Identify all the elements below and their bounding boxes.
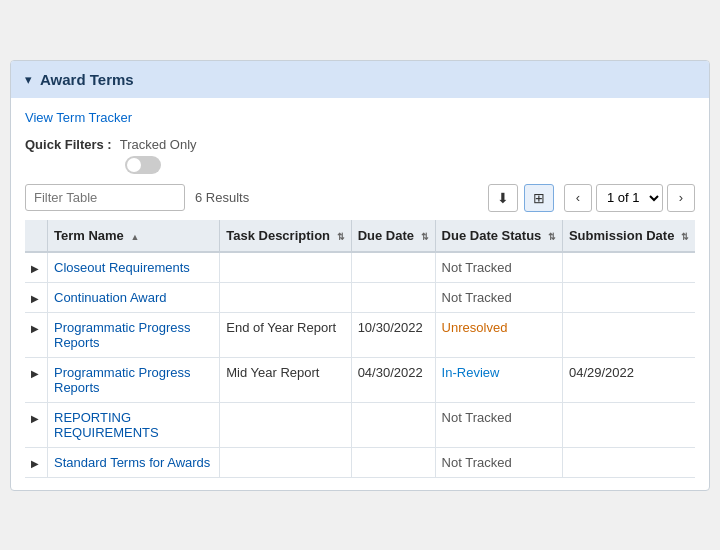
cell-term-name: Continuation Award <box>48 282 220 312</box>
results-count: 6 Results <box>195 190 478 205</box>
cell-due-date-status: Not Tracked <box>435 402 562 447</box>
cell-term-name: Standard Terms for Awards <box>48 447 220 477</box>
prev-icon: ‹ <box>576 190 580 205</box>
col-expand <box>25 220 48 252</box>
cell-due-date: 10/30/2022 <box>351 312 435 357</box>
cell-term-name: Programmatic Progress Reports <box>48 357 220 402</box>
sort-task-icon: ⇅ <box>337 232 345 242</box>
view-term-tracker-link[interactable]: View Term Tracker <box>25 110 132 125</box>
cell-submission-date <box>562 252 695 283</box>
sort-term-icon: ▲ <box>130 232 139 242</box>
row-expand-button[interactable]: ▶ <box>31 458 41 469</box>
cell-task-description <box>220 252 351 283</box>
row-expand-button[interactable]: ▶ <box>31 413 41 424</box>
sort-due-icon: ⇅ <box>421 232 429 242</box>
download-button[interactable]: ⬇ <box>488 184 518 212</box>
col-term-name[interactable]: Term Name ▲ <box>48 220 220 252</box>
col-due-date-status[interactable]: Due Date Status ⇅ <box>435 220 562 252</box>
next-icon: › <box>679 190 683 205</box>
quick-filters-label: Quick Filters : <box>25 137 112 152</box>
table-row: ▶Standard Terms for AwardsNot Tracked <box>25 447 695 477</box>
sort-status-icon: ⇅ <box>548 232 556 242</box>
quick-filters-section: Quick Filters : Tracked Only <box>25 137 695 174</box>
row-expand-button[interactable]: ▶ <box>31 368 41 379</box>
cell-task-description <box>220 282 351 312</box>
next-page-button[interactable]: › <box>667 184 695 212</box>
cell-task-description <box>220 447 351 477</box>
cell-due-date-status: Not Tracked <box>435 447 562 477</box>
grid-icon: ⊞ <box>533 190 545 206</box>
cell-submission-date <box>562 282 695 312</box>
cell-submission-date: 04/29/2022 <box>562 357 695 402</box>
table-row: ▶Closeout RequirementsNot Tracked <box>25 252 695 283</box>
cell-task-description: Mid Year Report <box>220 357 351 402</box>
cell-submission-date <box>562 312 695 357</box>
cell-due-date-status: In-Review <box>435 357 562 402</box>
table-row: ▶Programmatic Progress ReportsMid Year R… <box>25 357 695 402</box>
award-terms-panel: ▾ Award Terms View Term Tracker Quick Fi… <box>10 60 710 491</box>
col-due-date[interactable]: Due Date ⇅ <box>351 220 435 252</box>
section-title: Award Terms <box>40 71 134 88</box>
row-expand-button[interactable]: ▶ <box>31 323 41 334</box>
cell-task-description: End of Year Report <box>220 312 351 357</box>
cell-due-date: 04/30/2022 <box>351 357 435 402</box>
col-submission-date[interactable]: Submission Date ⇅ <box>562 220 695 252</box>
cell-task-description <box>220 402 351 447</box>
cell-term-name: Closeout Requirements <box>48 252 220 283</box>
filter-input[interactable] <box>25 184 185 211</box>
table-row: ▶REPORTING REQUIREMENTSNot Tracked <box>25 402 695 447</box>
cell-due-date-status: Not Tracked <box>435 252 562 283</box>
table-row: ▶Continuation AwardNot Tracked <box>25 282 695 312</box>
table-header-row: Term Name ▲ Task Description ⇅ Due Date … <box>25 220 695 252</box>
filter-bar: 6 Results ⬇ ⊞ ‹ 1 of 1 › <box>25 184 695 220</box>
quick-filters-value: Tracked Only <box>120 137 197 152</box>
section-header: ▾ Award Terms <box>11 61 709 98</box>
col-task-description[interactable]: Task Description ⇅ <box>220 220 351 252</box>
table-row: ▶Programmatic Progress ReportsEnd of Yea… <box>25 312 695 357</box>
prev-page-button[interactable]: ‹ <box>564 184 592 212</box>
row-expand-button[interactable]: ▶ <box>31 263 41 274</box>
tracked-only-toggle[interactable] <box>125 156 161 174</box>
grid-view-button[interactable]: ⊞ <box>524 184 554 212</box>
download-icon: ⬇ <box>497 190 509 206</box>
cell-due-date <box>351 282 435 312</box>
page-select[interactable]: 1 of 1 <box>596 184 663 212</box>
sort-sub-icon: ⇅ <box>681 232 689 242</box>
row-expand-button[interactable]: ▶ <box>31 293 41 304</box>
cell-due-date <box>351 252 435 283</box>
cell-due-date-status: Unresolved <box>435 312 562 357</box>
cell-due-date <box>351 447 435 477</box>
cell-due-date <box>351 402 435 447</box>
award-terms-table: Term Name ▲ Task Description ⇅ Due Date … <box>25 220 695 478</box>
cell-submission-date <box>562 447 695 477</box>
collapse-icon[interactable]: ▾ <box>25 72 32 87</box>
cell-submission-date <box>562 402 695 447</box>
cell-term-name: Programmatic Progress Reports <box>48 312 220 357</box>
cell-due-date-status: Not Tracked <box>435 282 562 312</box>
cell-term-name: REPORTING REQUIREMENTS <box>48 402 220 447</box>
toolbar-icons: ⬇ ⊞ <box>488 184 554 212</box>
section-content: View Term Tracker Quick Filters : Tracke… <box>11 98 709 490</box>
pagination: ‹ 1 of 1 › <box>564 184 695 212</box>
